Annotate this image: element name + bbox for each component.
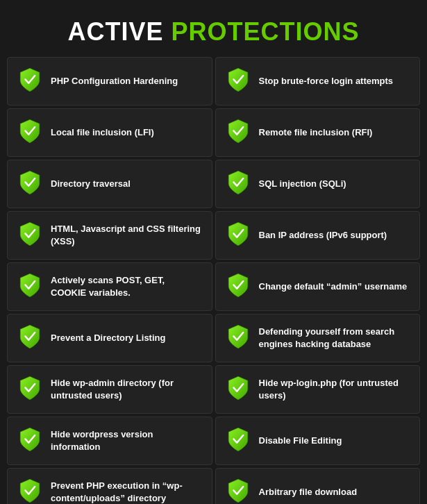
- protection-card-4: Remote file inclusion (RFI): [215, 108, 421, 157]
- protection-card-15: Hide wordpress version information: [7, 417, 212, 465]
- protections-grid: PHP Configuration Hardening Stop brute-f…: [7, 57, 420, 504]
- shield-icon: [17, 221, 42, 249]
- shield-icon: [17, 119, 42, 146]
- protection-card-11: Prevent a Directory Listing: [7, 314, 212, 362]
- protection-card-2: Stop brute-force login attempts: [215, 57, 421, 106]
- card-text-6: SQL injection (SQLi): [259, 178, 346, 190]
- card-text-13: Hide wp-admin directory (for untrusted u…: [51, 377, 202, 402]
- card-text-17: Prevent PHP execution in “wp-content/upl…: [51, 480, 202, 504]
- card-text-7: HTML, Javascript and CSS filtering (XSS): [51, 223, 202, 248]
- protection-card-7: HTML, Javascript and CSS filtering (XSS): [7, 211, 212, 260]
- protection-card-12: Defending yourself from search engines h…: [215, 314, 421, 362]
- card-text-3: Local file inclusion (LFI): [51, 126, 154, 139]
- shield-icon: [17, 170, 42, 198]
- shield-icon: [226, 170, 251, 198]
- card-text-1: PHP Configuration Hardening: [51, 75, 178, 87]
- card-text-8: Ban IP address (IPv6 support): [259, 229, 387, 242]
- title-protections: PROTECTIONS: [171, 17, 360, 46]
- page-title: ACTIVE PROTECTIONS: [7, 17, 420, 47]
- shield-icon: [17, 324, 42, 352]
- card-text-9: Actively scans POST, GET, COOKIE variabl…: [51, 274, 202, 299]
- protection-card-17: Prevent PHP execution in “wp-content/upl…: [7, 468, 212, 504]
- card-text-11: Prevent a Directory Listing: [51, 332, 165, 344]
- shield-icon: [226, 478, 251, 504]
- shield-icon: [226, 324, 251, 352]
- shield-icon: [226, 427, 251, 455]
- card-text-16: Disable File Editing: [259, 435, 342, 447]
- card-text-12: Defending yourself from search engines h…: [259, 326, 410, 351]
- card-text-4: Remote file inclusion (RFI): [259, 126, 373, 139]
- card-text-2: Stop brute-force login attempts: [259, 75, 394, 87]
- protection-card-18: Arbitrary file download: [215, 468, 421, 504]
- shield-icon: [17, 67, 42, 95]
- protection-card-1: PHP Configuration Hardening: [7, 57, 212, 106]
- shield-icon: [226, 67, 251, 95]
- title-active: ACTIVE: [67, 17, 163, 46]
- shield-icon: [226, 221, 251, 249]
- card-text-10: Change default “admin” username: [259, 280, 408, 293]
- shield-icon: [226, 119, 251, 146]
- card-text-14: Hide wp-login.php (for untrusted users): [259, 377, 410, 402]
- shield-icon: [226, 376, 251, 403]
- shield-icon: [226, 273, 251, 301]
- card-text-15: Hide wordpress version information: [51, 428, 202, 453]
- protection-card-9: Actively scans POST, GET, COOKIE variabl…: [7, 262, 212, 311]
- card-text-18: Arbitrary file download: [259, 486, 358, 498]
- protection-card-16: Disable File Editing: [215, 417, 421, 465]
- protection-card-3: Local file inclusion (LFI): [7, 108, 212, 157]
- page-wrapper: ACTIVE PROTECTIONS PHP Configuration Har…: [0, 0, 427, 504]
- page-header: ACTIVE PROTECTIONS: [7, 7, 420, 57]
- shield-icon: [17, 427, 42, 455]
- card-text-5: Directory traversal: [51, 178, 131, 190]
- shield-icon: [17, 376, 42, 403]
- protection-card-6: SQL injection (SQLi): [215, 160, 421, 208]
- shield-icon: [17, 478, 42, 504]
- protection-card-5: Directory traversal: [7, 160, 212, 208]
- protection-card-10: Change default “admin” username: [215, 262, 421, 311]
- protection-card-14: Hide wp-login.php (for untrusted users): [215, 365, 421, 414]
- shield-icon: [17, 273, 42, 301]
- protection-card-8: Ban IP address (IPv6 support): [215, 211, 421, 260]
- protection-card-13: Hide wp-admin directory (for untrusted u…: [7, 365, 212, 414]
